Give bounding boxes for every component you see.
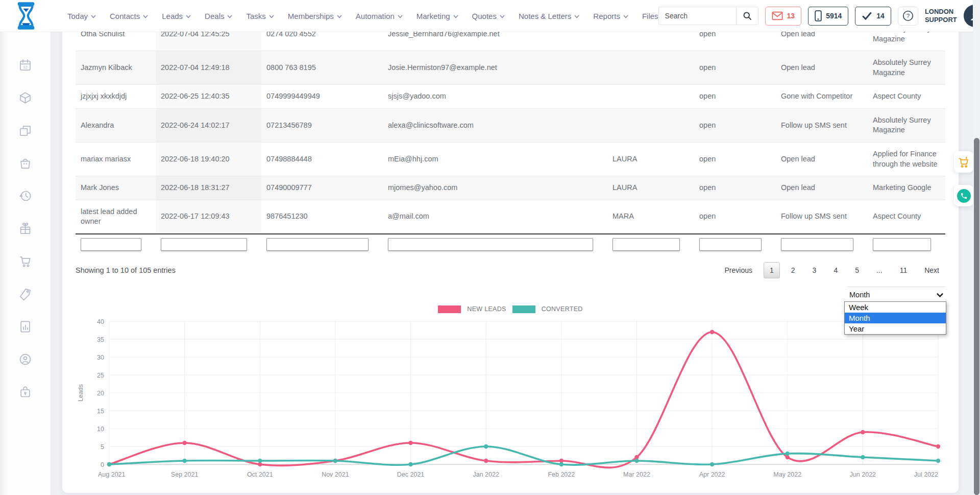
sidebar-item-gift-icon[interactable]	[18, 222, 32, 235]
nav-item-quotes[interactable]: Quotes	[472, 12, 505, 20]
nav-item-automation[interactable]: Automation	[356, 12, 403, 20]
cell-source: Absolutely Surrey Magazine	[868, 108, 945, 142]
sidebar-item-package-icon[interactable]	[18, 91, 32, 105]
cell-source: Applied for Finance through the website	[868, 142, 945, 176]
chevron-down-icon	[937, 293, 943, 297]
top-navigation-bar: TodayContactsLeadsDealsTasksMembershipsA…	[0, 0, 980, 32]
nav-item-contacts[interactable]: Contacts	[110, 12, 148, 20]
tasks-badge[interactable]: 14	[855, 7, 891, 26]
table-row[interactable]: mariax mariasx2022-06-18 19:40:200749888…	[76, 142, 945, 176]
cell-date: 2022-06-24 14:02:17	[156, 108, 261, 142]
svg-text:12: 12	[23, 65, 28, 69]
svg-text:Apr 2022: Apr 2022	[699, 471, 725, 478]
filter-input-phone[interactable]	[266, 238, 369, 251]
cell-email: alexa@clinicsoftware.com	[383, 108, 607, 142]
period-select[interactable]: Month	[847, 287, 945, 300]
cell-status: open	[694, 85, 776, 109]
period-select-value: Month	[849, 291, 870, 299]
nav-item-leads[interactable]: Leads	[162, 12, 191, 20]
table-row[interactable]: Mark Jones2022-06-18 18:31:2707490009777…	[76, 176, 945, 200]
pagination-page-2[interactable]: 2	[785, 262, 801, 278]
call-floating-button[interactable]	[954, 185, 973, 206]
main-menu: TodayContactsLeadsDealsTasksMembershipsA…	[67, 12, 658, 20]
select-option-year[interactable]: Year	[845, 323, 946, 334]
sidebar-item-cart-icon[interactable]	[18, 254, 32, 268]
sidebar-item-price-tag-icon[interactable]	[18, 287, 32, 301]
cell-name: Jazmyn Kilback	[76, 51, 156, 85]
nav-item-reports[interactable]: Reports	[593, 12, 628, 20]
checkmark-icon	[862, 11, 872, 20]
pagination-next[interactable]: Next	[918, 262, 945, 278]
nav-item-memberships[interactable]: Memberships	[288, 12, 342, 20]
sms-notifications-badge[interactable]: 5914	[808, 7, 848, 26]
filter-input-status[interactable]	[699, 238, 762, 251]
cell-lead_status: Open lead	[776, 142, 868, 176]
sidebar-item-support-icon[interactable]	[18, 352, 32, 366]
sidebar-item-shopping-bag-icon[interactable]	[18, 156, 32, 170]
nav-item-tasks[interactable]: Tasks	[246, 12, 274, 20]
cell-date: 2022-06-18 19:40:20	[156, 142, 261, 176]
svg-text:10: 10	[97, 425, 104, 432]
svg-text:0: 0	[101, 461, 104, 468]
filter-input-owner[interactable]	[612, 238, 680, 251]
history-icon	[18, 189, 32, 203]
table-row[interactable]: Alexandra2022-06-24 14:02:1707213456789a…	[76, 108, 945, 142]
legend-swatch	[512, 305, 535, 313]
pagination-ellipsis: ...	[870, 262, 889, 278]
scrollbar-thumb[interactable]	[974, 138, 979, 495]
svg-text:Feb 2022: Feb 2022	[548, 471, 575, 478]
sidebar-item-report-icon[interactable]	[18, 320, 32, 334]
pagination-page-4[interactable]: 4	[827, 262, 844, 278]
chevron-down-icon	[227, 15, 232, 18]
sidebar-item-calendar-icon[interactable]: 12	[18, 58, 32, 72]
nav-item-notes-letters[interactable]: Notes & Letters	[519, 12, 579, 20]
app-logo-hourglass-icon[interactable]	[14, 2, 38, 30]
sidebar-item-history-icon[interactable]	[18, 189, 32, 203]
cell-source: Marketing Google	[868, 176, 945, 200]
search-input[interactable]	[658, 7, 736, 25]
nav-item-today[interactable]: Today	[67, 12, 96, 20]
cart-floating-button[interactable]	[954, 151, 973, 173]
cell-status: open	[694, 176, 776, 200]
filter-input-email[interactable]	[388, 238, 593, 251]
cart-icon	[18, 254, 32, 268]
table-row[interactable]: Jazmyn Kilback2022-07-04 12:49:180800 76…	[76, 51, 945, 85]
search-button[interactable]	[736, 7, 758, 25]
filter-input-name[interactable]	[81, 238, 141, 251]
select-option-week[interactable]: Week	[845, 302, 946, 313]
pagination-page-1[interactable]: 1	[764, 262, 780, 278]
chart-legend: NEW LEADSCONVERTED	[76, 305, 945, 313]
cell-name: Mark Jones	[76, 176, 156, 200]
cell-status: open	[694, 51, 776, 85]
sidebar-item-copy-icon[interactable]	[18, 124, 32, 137]
nav-item-files[interactable]: Files	[642, 12, 658, 20]
envelope-icon	[772, 11, 783, 20]
svg-text:40: 40	[97, 318, 104, 325]
pagination-page-3[interactable]: 3	[806, 262, 823, 278]
help-button[interactable]: ?	[898, 7, 918, 26]
svg-text:15: 15	[97, 407, 104, 414]
pagination-page-5[interactable]: 5	[849, 262, 865, 278]
svg-text:35: 35	[97, 336, 104, 343]
table-row[interactable]: jzjxjxj xkxkdjdj2022-06-25 12:40:3507499…	[76, 85, 945, 109]
filter-input-source[interactable]	[873, 238, 931, 251]
select-option-month[interactable]: Month	[845, 313, 946, 323]
cell-date: 2022-07-04 12:49:18	[156, 51, 261, 85]
cell-phone: 07498884448	[261, 142, 383, 176]
cell-date: 2022-06-18 18:31:27	[156, 176, 261, 200]
phone-icon	[957, 189, 971, 203]
pagination-previous[interactable]: Previous	[719, 262, 758, 278]
nav-item-marketing[interactable]: Marketing	[416, 12, 458, 20]
table-row[interactable]: latest lead added owner2022-06-17 12:09:…	[76, 200, 945, 234]
filter-input-lead_status[interactable]	[781, 238, 853, 251]
email-notifications-badge[interactable]: 13	[765, 7, 802, 26]
sidebar-item-lock-icon[interactable]	[18, 385, 32, 399]
pagination-page-11[interactable]: 11	[894, 262, 914, 278]
svg-text:5: 5	[101, 443, 104, 450]
leads-table: Otha Schulist2022-07-04 12:45:250274 020…	[76, 17, 945, 234]
filter-input-date[interactable]	[161, 238, 247, 251]
chevron-down-icon	[574, 15, 579, 18]
svg-text:Nov 2021: Nov 2021	[322, 471, 349, 478]
nav-item-deals[interactable]: Deals	[205, 12, 232, 20]
period-select-dropdown: WeekMonthYear	[844, 301, 946, 335]
